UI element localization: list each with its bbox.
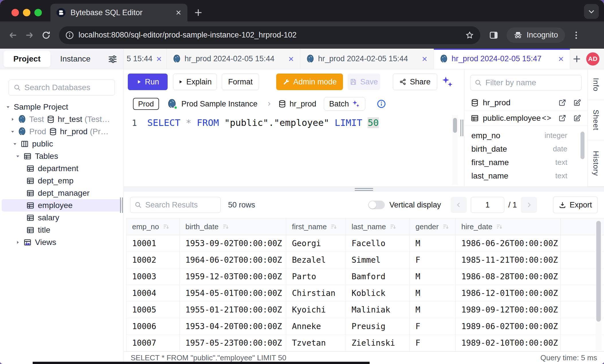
browser-menu-icon[interactable] — [571, 30, 581, 40]
filter-settings-icon[interactable] — [107, 54, 118, 64]
info-icon[interactable] — [377, 99, 386, 108]
close-tab-icon[interactable] — [421, 56, 428, 62]
scrollbar-thumb[interactable] — [581, 132, 585, 159]
column-item[interactable]: birth_date date — [464, 142, 587, 156]
caret-down-icon[interactable] — [6, 105, 10, 109]
database-row[interactable]: hr_prod — [464, 95, 587, 110]
tree-item-table-dept-emp[interactable]: dept_emp — [0, 175, 123, 187]
browser-tab[interactable]: Bytebase SQL Editor — [50, 4, 187, 21]
previous-page-button[interactable] — [451, 197, 467, 213]
instance-name[interactable]: Prod Sample Instance — [181, 100, 258, 108]
table-cell[interactable]: Facello — [346, 235, 410, 252]
tree-item-tables-group[interactable]: Tables — [0, 150, 123, 162]
table-cell[interactable]: 1986-06-26T00:00:00Z — [456, 235, 561, 252]
panel-resize-divider[interactable] — [460, 69, 464, 187]
rail-tab-sheet[interactable]: Sheet — [588, 100, 604, 140]
editor-tab-1[interactable]: 5 15:44 — [124, 49, 167, 69]
table-cell[interactable]: 10004 — [126, 285, 180, 301]
tree-item-table-dept-manager[interactable]: dept_manager — [0, 187, 123, 199]
zoom-window-button[interactable] — [34, 9, 42, 16]
page-number-input[interactable] — [471, 197, 504, 213]
table-cell[interactable]: Bamford — [346, 268, 410, 285]
table-cell[interactable]: Parto — [286, 268, 346, 285]
search-databases-input[interactable] — [24, 83, 110, 92]
editor-tab-3[interactable]: hr_prod 2024-02-05 15:44 — [300, 49, 434, 69]
tree-item-views-group[interactable]: Views — [0, 236, 123, 248]
table-cell[interactable]: 1989-02-10T00:00:00Z — [456, 335, 561, 351]
database-name[interactable]: hr_prod — [290, 100, 316, 108]
tree-item-db-hr-test[interactable]: Test hr_test (Test… — [0, 113, 123, 125]
table-cell[interactable]: Georgi — [286, 235, 346, 252]
table-cell[interactable]: Preusig — [346, 318, 410, 335]
tree-item-table-employee-selected[interactable]: employee — [2, 199, 122, 211]
editor-tab-2[interactable]: hr_prod 2024-02-05 15:44 — [167, 49, 300, 69]
table-cell[interactable]: 1985-11-21T00:00:00Z — [456, 252, 561, 268]
column-item[interactable]: emp_no integer — [464, 129, 587, 142]
column-header-emp-no[interactable]: emp_no — [126, 218, 180, 235]
table-cell[interactable]: 10007 — [126, 335, 180, 351]
sort-icon[interactable] — [330, 223, 338, 230]
edit-icon[interactable] — [573, 99, 581, 107]
tab-search-button[interactable] — [584, 4, 599, 19]
caret-down-icon[interactable] — [15, 154, 20, 159]
tree-item-table-department[interactable]: department — [0, 162, 123, 175]
new-editor-tab-button[interactable] — [572, 54, 582, 64]
results-scrollbar-thumb[interactable] — [596, 221, 601, 322]
column-item[interactable]: first_name text — [464, 156, 587, 169]
open-external-icon[interactable] — [558, 114, 566, 122]
ai-sparkle-icon[interactable] — [441, 76, 453, 88]
table-cell[interactable]: M — [410, 268, 456, 285]
next-page-button[interactable] — [521, 197, 537, 213]
table-row-header[interactable]: public.employee <> — [464, 110, 587, 126]
tree-item-schema-public[interactable]: public — [0, 138, 123, 150]
table-cell[interactable]: M — [410, 302, 456, 318]
table-cell[interactable]: F — [410, 252, 456, 268]
table-cell[interactable]: 10003 — [126, 268, 180, 285]
explain-button[interactable]: Explain — [173, 74, 217, 90]
batch-button[interactable]: Batch — [324, 97, 365, 111]
side-panel-icon[interactable] — [489, 30, 499, 40]
close-window-button[interactable] — [11, 9, 19, 16]
table-cell[interactable]: Chirstian — [286, 285, 346, 301]
table-cell[interactable]: 1953-04-20T00:00:00Z — [180, 318, 286, 335]
open-external-icon[interactable] — [558, 99, 566, 107]
user-avatar[interactable]: AD — [586, 52, 599, 66]
search-results-input[interactable] — [145, 201, 216, 209]
sort-icon[interactable] — [162, 223, 170, 230]
table-cell[interactable]: 10001 — [126, 235, 180, 252]
forward-icon[interactable] — [25, 30, 34, 40]
column-header-hire-date[interactable]: hire_date — [456, 218, 561, 235]
share-button[interactable]: Share — [393, 74, 437, 90]
table-cell[interactable]: 1989-09-12T00:00:00Z — [456, 302, 561, 318]
table-cell[interactable]: Maliniak — [346, 302, 410, 318]
column-item[interactable]: last_name text — [464, 169, 587, 183]
tab-instance[interactable]: Instance — [60, 54, 91, 64]
bookmark-star-icon[interactable] — [465, 31, 474, 39]
results-resize-handle[interactable] — [355, 188, 373, 192]
admin-mode-button[interactable]: Admin mode — [276, 74, 343, 90]
tree-item-table-title[interactable]: title — [0, 224, 123, 236]
new-tab-button[interactable] — [191, 6, 205, 19]
table-cell[interactable]: 10002 — [126, 252, 180, 268]
table-cell[interactable]: 1989-06-02T00:00:00Z — [456, 318, 561, 335]
sql-code-editor[interactable]: 1 SELECT*FROM"public"."employee"LIMIT50 — [124, 113, 460, 187]
sidebar-resize-handle[interactable] — [120, 197, 123, 213]
run-button[interactable]: Run — [128, 74, 168, 90]
rail-tab-history[interactable]: History — [588, 140, 604, 187]
minimize-window-button[interactable] — [23, 9, 30, 16]
sort-icon[interactable] — [222, 223, 230, 230]
table-cell[interactable]: Kyoichi — [286, 302, 346, 318]
close-tab-icon[interactable] — [288, 56, 294, 62]
editor-scrollbar-thumb[interactable] — [453, 118, 457, 133]
back-icon[interactable] — [8, 30, 18, 40]
table-cell[interactable]: 10005 — [126, 302, 180, 318]
editor-tab-4-active[interactable]: hr_prod 2024-02-05 15:47 — [434, 49, 570, 69]
table-cell[interactable]: M — [410, 235, 456, 252]
export-button[interactable]: Export — [553, 197, 598, 213]
sort-icon[interactable] — [389, 223, 397, 230]
table-cell[interactable]: Anneke — [286, 318, 346, 335]
table-cell[interactable]: Tzvetan — [286, 335, 346, 351]
edit-icon[interactable] — [573, 114, 581, 122]
close-tab-icon[interactable] — [156, 56, 162, 62]
tree-item-table-salary[interactable]: salary — [0, 211, 123, 224]
